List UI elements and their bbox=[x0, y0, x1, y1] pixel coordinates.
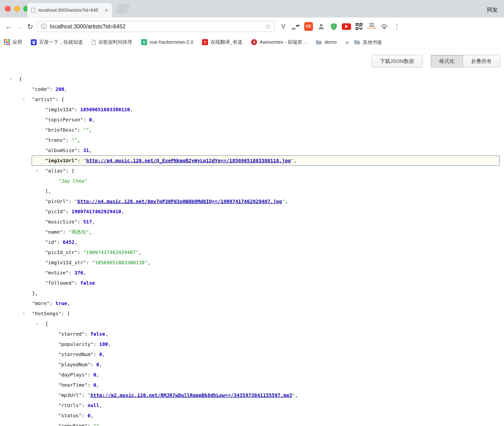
extension-icons: V ✒ en FE bbox=[279, 22, 402, 31]
json-token-key: "popularity" bbox=[58, 341, 93, 347]
json-token-key: "code" bbox=[32, 86, 50, 92]
bookmarks-overflow-chevron[interactable]: » bbox=[345, 38, 349, 46]
json-token-p: , bbox=[96, 382, 99, 388]
collapse-all-button[interactable]: 折叠所有 bbox=[463, 55, 500, 68]
collapse-toggle-icon[interactable]: ▼ bbox=[36, 166, 38, 176]
json-line: "dayPlays": 0, bbox=[0, 370, 504, 380]
json-token-key: "mp3Url" bbox=[58, 392, 82, 398]
json-token-p: , bbox=[89, 147, 92, 153]
json-url-link[interactable]: http://p4.music.126.net/Q_ExePNkmqB2yWyL… bbox=[86, 158, 291, 163]
json-token-num: 19097417462929410 bbox=[71, 209, 121, 214]
profile-name: 阿发 bbox=[487, 6, 498, 14]
reload-icon[interactable]: ↻ bbox=[25, 22, 35, 31]
close-window-button[interactable] bbox=[5, 6, 11, 12]
toolbar: ← → ↻ ⓘ localhost:3000/artists?id=6452 ☆… bbox=[0, 17, 504, 35]
address-bar[interactable]: ⓘ localhost:3000/artists?id=6452 ☆ bbox=[37, 21, 275, 32]
player-icon: PLAYER bbox=[367, 22, 376, 31]
bookmark-vue-hackernews[interactable]: V vue-hackernews-2.0 bbox=[141, 39, 193, 45]
bookmark-apps[interactable]: 应用 bbox=[4, 39, 22, 45]
youtube-extension-button[interactable] bbox=[342, 22, 351, 31]
json-token-key: "hotSongs" bbox=[32, 311, 61, 316]
back-icon[interactable]: ← bbox=[3, 22, 14, 31]
json-token-bool: false bbox=[90, 331, 105, 337]
json-line: "picUrl": "http://p4.music.126.net/8mv7q… bbox=[0, 196, 504, 206]
json-token-str: "19097417462929407" bbox=[83, 249, 139, 255]
new-tab-button[interactable] bbox=[115, 4, 130, 14]
json-token-p: : bbox=[77, 127, 83, 133]
paw-extension-button[interactable] bbox=[380, 22, 389, 31]
bookmark-demo-folder[interactable]: demo bbox=[316, 39, 336, 45]
json-token-key: "briefDesc" bbox=[45, 127, 77, 133]
json-token-num: 18569651883380120 bbox=[80, 107, 130, 112]
adblock-extension-button[interactable] bbox=[329, 22, 338, 31]
json-token-str: "" bbox=[83, 127, 89, 133]
bookmark-star-icon[interactable]: ☆ bbox=[265, 23, 271, 30]
vue-icon: V bbox=[141, 39, 147, 45]
json-token-p: }, bbox=[32, 290, 38, 296]
download-json-button[interactable]: 下载JSON数据 bbox=[371, 55, 422, 68]
qr-extension-button[interactable] bbox=[354, 22, 364, 31]
json-token-num: 0 bbox=[87, 413, 90, 418]
json-token-key: "img1v1Id_str" bbox=[45, 260, 86, 265]
json-url-link[interactable]: http://p4.music.126.net/8mv7qP30Pd3oHW8b… bbox=[77, 198, 282, 204]
json-token-key: "artist" bbox=[32, 96, 55, 102]
tab-title: localhost:3000/artists?id=645 bbox=[38, 8, 102, 13]
json-line: ▼"hotSongs": [ bbox=[0, 308, 504, 319]
player-extension-button[interactable]: PLAYER bbox=[367, 22, 376, 31]
json-line: }, bbox=[0, 288, 504, 298]
json-token-key: "id" bbox=[45, 239, 57, 245]
json-line: "rtUrls": null, bbox=[0, 400, 504, 410]
minimize-window-button[interactable] bbox=[14, 6, 20, 12]
json-token-key: "status" bbox=[58, 413, 82, 418]
page-info-icon[interactable]: ⓘ bbox=[41, 23, 47, 30]
bookmark-awesomes[interactable]: A Awesomes - 前端资… bbox=[251, 39, 307, 45]
json-token-num: 0 bbox=[93, 372, 96, 378]
browser-tab[interactable]: localhost:3000/artists?id=645 × bbox=[27, 3, 112, 17]
profile-extension-button[interactable] bbox=[317, 22, 326, 31]
json-token-p: ], bbox=[45, 188, 51, 194]
json-token-p: : bbox=[87, 372, 93, 378]
json-token-p: , bbox=[139, 249, 142, 255]
json-token-key: "img1v1Url" bbox=[45, 158, 77, 163]
forward-icon[interactable]: → bbox=[14, 22, 25, 31]
json-token-key: "picId" bbox=[45, 209, 66, 214]
json-token-num: 0 bbox=[96, 362, 99, 367]
json-token-p: , bbox=[89, 127, 92, 133]
bookmark-youdao-translate[interactable]: Y 在线翻译_有道 bbox=[202, 39, 242, 45]
json-token-key: "albumSize" bbox=[45, 147, 77, 153]
bookmark-google-sort[interactable]: 谷歌按时间排序 bbox=[92, 39, 132, 45]
vimium-extension-button[interactable]: V bbox=[279, 22, 288, 31]
json-token-p: : bbox=[77, 147, 83, 153]
json-token-key: "playedNum" bbox=[58, 362, 90, 367]
page-document-icon bbox=[31, 8, 35, 13]
json-token-p: : bbox=[50, 86, 55, 92]
other-bookmarks-folder[interactable]: 其他书签 bbox=[354, 39, 382, 45]
json-url-link[interactable]: http://m2.music.126.net/RMJR7wDullRqppBk… bbox=[90, 392, 292, 398]
json-token-key: "topicPerson" bbox=[45, 117, 83, 123]
json-line: "copyFrom": "", bbox=[0, 421, 504, 426]
json-token-key: "copyFrom" bbox=[58, 423, 87, 426]
json-token-p: , bbox=[99, 402, 102, 408]
fe-extension-button[interactable]: FE bbox=[304, 22, 313, 31]
json-token-p: [ bbox=[71, 168, 74, 174]
json-token-key: "picUrl" bbox=[45, 198, 68, 204]
json-line: "img1v1Id": 18569651883380120, bbox=[0, 104, 504, 115]
bookmark-baidu[interactable]: 百度一下，你就知道 bbox=[31, 39, 83, 45]
json-line: ▼"alias": [ bbox=[0, 166, 504, 176]
json-token-str: "18569651883380118" bbox=[92, 260, 148, 265]
tab-close-icon[interactable]: × bbox=[105, 7, 108, 13]
json-token-str: "周杰伦" bbox=[68, 229, 89, 235]
shield-icon bbox=[330, 23, 337, 30]
json-line: "musicSize": 517, bbox=[0, 217, 504, 227]
collapse-toggle-icon[interactable]: ▼ bbox=[36, 319, 38, 329]
json-token-p: , bbox=[121, 209, 124, 214]
collapse-toggle-icon[interactable]: ▼ bbox=[10, 74, 12, 84]
json-token-p: [ bbox=[67, 311, 70, 316]
json-token-p: , bbox=[130, 107, 133, 112]
collapse-toggle-icon[interactable]: ▼ bbox=[23, 94, 25, 104]
json-token-key: "hearTime" bbox=[58, 382, 87, 388]
format-button[interactable]: 格式化 bbox=[431, 55, 463, 68]
collapse-toggle-icon[interactable]: ▼ bbox=[23, 308, 25, 319]
browser-menu-button[interactable]: ⋮ bbox=[392, 22, 402, 31]
dictionary-extension-button[interactable]: ✒ en bbox=[291, 22, 301, 31]
